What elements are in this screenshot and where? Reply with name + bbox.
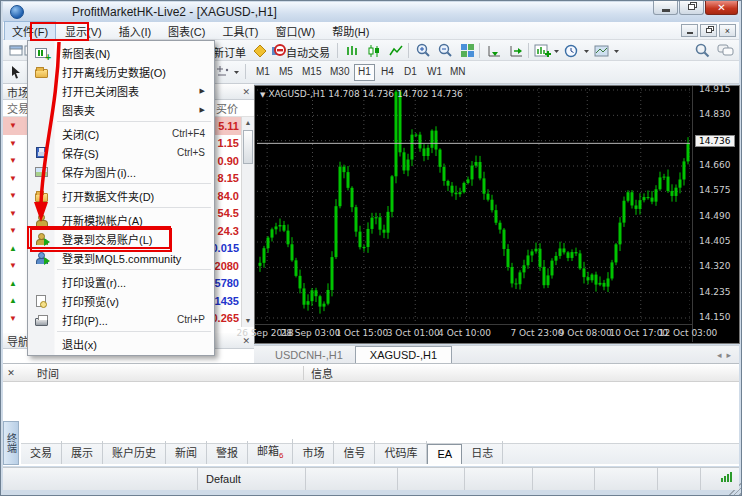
menu-view[interactable]: 显示(V)	[57, 21, 110, 41]
menu-window[interactable]: 窗口(W)	[267, 21, 323, 41]
child-restore-button[interactable]	[700, 24, 717, 37]
file-menu-item-print-preview[interactable]: 打印预览(v)	[28, 291, 214, 310]
terminal-tab-news[interactable]: 新闻	[166, 441, 207, 464]
connection-status	[701, 468, 739, 490]
terminal-tab-alerts[interactable]: 警报	[207, 441, 248, 464]
line-chart-button[interactable]	[386, 42, 406, 59]
time-column-header[interactable]: 时间	[37, 365, 59, 381]
navigator-title: 导航	[7, 333, 29, 349]
scroll-up-icon[interactable]: ▲	[242, 117, 254, 129]
file-menu-item-profiles[interactable]: 图表夹▶	[28, 100, 214, 119]
bar-chart-button[interactable]	[342, 42, 362, 59]
timeframe-m30[interactable]: M30	[326, 64, 353, 81]
candlestick-chart-button[interactable]	[364, 42, 384, 59]
menu-item-icon-slot	[28, 295, 54, 307]
file-menu-item-open-demo-account[interactable]: 开新模拟帐户(A)	[28, 210, 214, 229]
terminal-tab-account-history[interactable]: 账户历史	[103, 441, 166, 464]
zoom-in-button[interactable]	[413, 42, 433, 59]
terminal-tab-code-base[interactable]: 代码库	[375, 441, 427, 464]
terminal-close-icon[interactable]: ✕	[3, 368, 19, 378]
timeframe-h1[interactable]: H1	[354, 64, 375, 81]
file-menu-item-new-chart[interactable]: 新图表(N)	[28, 43, 214, 62]
timeframe-w1[interactable]: W1	[423, 64, 446, 81]
templates-dropdown[interactable]	[593, 42, 621, 59]
timeframe-mn[interactable]: MN	[446, 64, 470, 81]
app-logo-icon	[10, 5, 24, 19]
menu-item-label: 登录到交易账户(L)	[62, 231, 152, 247]
market-watch-close-icon[interactable]: ✕	[242, 87, 250, 97]
auto-trading-button[interactable]: 自动交易	[286, 44, 330, 60]
cursor-icon[interactable]	[6, 63, 26, 80]
file-menu-item-save[interactable]: 保存(S)Ctrl+S	[28, 143, 214, 162]
status-cell	[658, 468, 701, 490]
timeframe-h4[interactable]: H4	[377, 64, 398, 81]
crosshair-dropdown[interactable]	[213, 63, 243, 80]
market-watch-scrollbar[interactable]: ▲ ▼	[241, 117, 254, 327]
menu-help[interactable]: 帮助(H)	[324, 21, 377, 41]
column-divider[interactable]	[303, 366, 304, 380]
ask-column-header[interactable]: 买价	[216, 100, 254, 116]
close-button[interactable]: ✕	[705, 0, 738, 15]
price-axis[interactable]: 14.91514.83014.66014.57514.49014.40514.3…	[692, 86, 739, 342]
message-column-header[interactable]: 信息	[311, 365, 333, 381]
terminal-tab-ea[interactable]: EA	[427, 444, 462, 464]
scroll-down-icon[interactable]: ▼	[242, 315, 254, 327]
indicators-dropdown[interactable]	[533, 42, 561, 59]
scrollbar-thumb[interactable]	[243, 130, 253, 164]
status-profile[interactable]: Default	[198, 468, 306, 490]
yellow-diamond-icon[interactable]	[250, 42, 270, 59]
file-menu-item-login-mql5[interactable]: 登录到MQL5.community	[28, 248, 214, 267]
one-click-collapse-icon[interactable]: ▼	[260, 91, 265, 99]
restore-button[interactable]	[679, 0, 704, 15]
price-axis-label: 14.405	[699, 236, 731, 246]
menu-insert[interactable]: 插入(I)	[111, 21, 159, 41]
menu-tools[interactable]: 工具(T)	[214, 21, 266, 41]
chart-window[interactable]: ▼XAGUSD-,H1 14.708 14.736 14.702 14.736 …	[254, 85, 740, 344]
file-menu-item-open-data-folder[interactable]: 打开数据文件夹(D)	[28, 186, 214, 205]
timeframe-m1[interactable]: M1	[252, 64, 274, 81]
file-menu-item-save-as-picture[interactable]: 保存为图片(i)...	[28, 162, 214, 181]
terminal-tab-trade[interactable]: 交易	[21, 441, 62, 464]
title-bar[interactable]: ProfitMarketHK-Live2 - [XAGUSD-,H1]	[3, 2, 739, 22]
tile-windows-button[interactable]	[457, 42, 477, 59]
file-menu-item-open-offline-history[interactable]: 打开离线历史数据(O)	[28, 62, 214, 81]
chat-icon[interactable]	[715, 42, 735, 59]
file-menu-item-print-setup[interactable]: 打印设置(r)...	[28, 272, 214, 291]
terminal-tab-mailbox[interactable]: 邮箱6	[248, 439, 293, 464]
chart-tab-usdcnh[interactable]: USDCNH-,H1	[263, 347, 355, 363]
timeframe-m15[interactable]: M15	[298, 64, 325, 81]
menu-item-label: 打开已关闭图表	[62, 83, 139, 99]
menu-separator	[57, 121, 211, 122]
terminal-tab-signals[interactable]: 信号	[334, 441, 375, 464]
zoom-out-button[interactable]	[435, 42, 455, 59]
periods-dropdown[interactable]	[563, 42, 591, 59]
file-menu-item-login-trade-account[interactable]: 登录到交易账户(L)	[28, 229, 214, 248]
file-menu-item-exit[interactable]: 退出(x)	[28, 334, 214, 353]
candlestick-chart[interactable]	[257, 88, 690, 322]
search-icon[interactable]	[692, 42, 712, 59]
menu-item-label: 打印(P)...	[62, 312, 108, 328]
tab-scroll-arrows[interactable]: ◂ ▸	[717, 350, 731, 363]
auto-scroll-button[interactable]	[484, 42, 504, 59]
timeframe-m5[interactable]: M5	[275, 64, 297, 81]
terminal-tab-exposure[interactable]: 展示	[62, 441, 103, 464]
file-menu-item-open-closed-chart[interactable]: 打开已关闭图表▶	[28, 81, 214, 100]
menu-charts[interactable]: 图表(C)	[160, 21, 213, 41]
child-minimize-button[interactable]	[681, 24, 698, 37]
time-axis[interactable]: 26 Sep 201828 Sep 03:001 Oct 15:003 Oct …	[255, 324, 692, 341]
child-close-button[interactable]: ×	[719, 24, 736, 37]
file-menu-item-print[interactable]: 打印(P)...Ctrl+P	[28, 310, 214, 329]
mail-badge: 6	[279, 451, 283, 460]
chart-tab-xagusd[interactable]: XAGUSD-,H1	[355, 346, 452, 363]
terminal-vertical-caption[interactable]: 终端	[3, 421, 19, 465]
file-menu-item-close[interactable]: 关闭(C)Ctrl+F4	[28, 124, 214, 143]
menu-file[interactable]: 文件(F)	[4, 21, 56, 41]
terminal-tab-market[interactable]: 市场	[293, 441, 334, 464]
timeframe-d1[interactable]: D1	[400, 64, 421, 81]
menu-item-icon-slot	[28, 252, 54, 264]
new-order-button[interactable]: 新订单	[213, 44, 246, 60]
chart-shift-button[interactable]	[506, 42, 526, 59]
minimize-button[interactable]	[653, 0, 678, 15]
terminal-tab-journal[interactable]: 日志	[462, 441, 503, 464]
auto-trading-icon[interactable]	[268, 42, 288, 59]
